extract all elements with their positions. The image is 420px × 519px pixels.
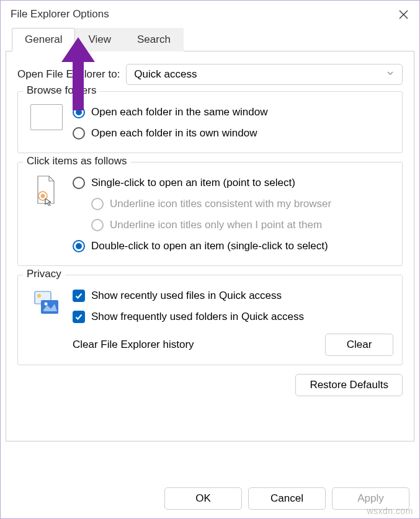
check-icon: [74, 313, 83, 321]
group-privacy: Privacy Show re: [17, 275, 403, 365]
radio-own-window-label: Open each folder in its own window: [91, 127, 257, 140]
open-to-dropdown[interactable]: Quick access: [126, 64, 403, 85]
checkbox-frequent-folders-label: Show frequently used folders in Quick ac…: [91, 311, 304, 323]
tab-search[interactable]: Search: [124, 28, 184, 51]
chk-frequent-row: Show frequently used folders in Quick ac…: [73, 306, 393, 327]
group-browse-folders-legend: Browse folders: [23, 84, 100, 97]
tab-view[interactable]: View: [75, 28, 124, 51]
group-privacy-legend: Privacy: [23, 268, 65, 280]
radio-underline-browser: [91, 198, 104, 210]
clear-history-row: Clear File Explorer history Clear: [73, 334, 393, 356]
checkbox-frequent-folders[interactable]: [73, 311, 85, 323]
chevron-down-icon: [386, 68, 395, 81]
close-icon: [399, 10, 408, 19]
privacy-icon-col: [27, 285, 66, 356]
tab-general-label: General: [25, 33, 62, 45]
radio-underline-point: [91, 219, 104, 231]
tab-general[interactable]: General: [12, 28, 75, 51]
opt-double-click-row: Double-click to open an item (single-cli…: [73, 236, 393, 257]
radio-double-click[interactable]: [73, 240, 85, 252]
tab-view-label: View: [88, 33, 111, 45]
window-title: File Explorer Options: [11, 8, 109, 20]
restore-defaults-row: Restore Defaults: [17, 374, 403, 396]
opt-underline-point-row: Underline icon titles only when I point …: [73, 215, 393, 236]
opt-own-window-row: Open each folder in its own window: [73, 123, 393, 144]
group-browse-folders: Browse folders Open each folder in the s…: [17, 91, 403, 153]
check-icon: [74, 291, 83, 300]
svg-rect-6: [41, 300, 58, 314]
opt-underline-browser-row: Underline icon titles consistent with my…: [73, 193, 393, 215]
window-stack-icon: [30, 104, 63, 130]
checkbox-recent-files-label: Show recently used files in Quick access: [91, 290, 282, 302]
quick-access-icon: [32, 288, 61, 316]
opt-same-window-row: Open each folder in the same window: [73, 102, 393, 123]
radio-same-window-label: Open each folder in the same window: [91, 106, 267, 118]
group-click-items: Click items as follows Single-click to o…: [17, 162, 403, 266]
checkbox-recent-files[interactable]: [73, 290, 85, 302]
radio-single-click-label: Single-click to open an item (point to s…: [91, 177, 295, 189]
cancel-button-label: Cancel: [270, 492, 303, 505]
cancel-button[interactable]: Cancel: [248, 487, 326, 510]
title-bar: File Explorer Options: [1, 1, 419, 28]
tab-strip: General View Search: [6, 28, 414, 51]
radio-double-click-label: Double-click to open an item (single-cli…: [91, 240, 328, 252]
radio-same-window[interactable]: [73, 106, 85, 118]
tab-search-label: Search: [137, 33, 171, 45]
restore-defaults-label: Restore Defaults: [310, 379, 388, 391]
tabs-area: General View Search Open File Explorer t…: [1, 28, 419, 441]
svg-point-8: [45, 303, 48, 306]
document-cursor-icon: [34, 175, 59, 206]
tab-panel-general: Open File Explorer to: Quick access Brow…: [6, 51, 414, 441]
watermark: wsxdn.com: [367, 506, 413, 516]
browse-folders-icon-col: [27, 102, 66, 144]
svg-point-5: [37, 294, 41, 298]
ok-button[interactable]: OK: [164, 487, 242, 510]
open-to-value: Quick access: [134, 68, 197, 81]
clear-button-label: Clear: [347, 339, 372, 351]
restore-defaults-button[interactable]: Restore Defaults: [295, 374, 403, 396]
radio-own-window[interactable]: [73, 127, 85, 140]
opt-single-click-row: Single-click to open an item (point to s…: [73, 172, 393, 193]
svg-point-3: [41, 194, 45, 198]
clear-history-label: Clear File Explorer history: [73, 339, 194, 351]
clear-button[interactable]: Clear: [325, 334, 393, 356]
open-to-row: Open File Explorer to: Quick access: [17, 64, 403, 85]
radio-single-click[interactable]: [73, 177, 85, 189]
close-button[interactable]: [387, 1, 419, 28]
click-items-icon-col: [27, 172, 66, 257]
open-to-label: Open File Explorer to:: [17, 68, 120, 81]
apply-button-label: Apply: [357, 492, 384, 505]
radio-underline-point-label: Underline icon titles only when I point …: [110, 219, 322, 231]
group-click-items-legend: Click items as follows: [23, 155, 131, 167]
radio-underline-browser-label: Underline icon titles consistent with my…: [110, 198, 331, 210]
chk-recent-row: Show recently used files in Quick access: [73, 285, 393, 306]
ok-button-label: OK: [195, 492, 211, 505]
